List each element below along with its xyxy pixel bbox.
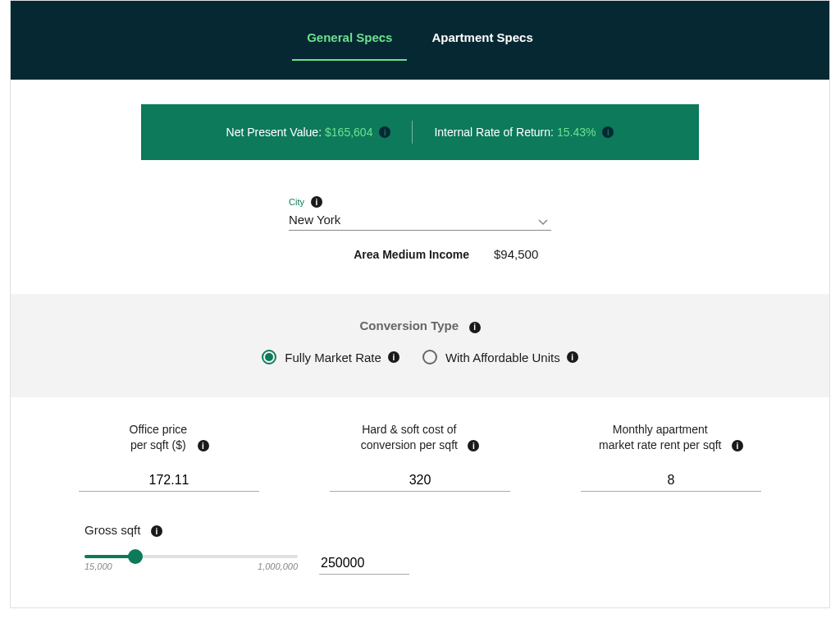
input-conversion-cost: Hard & soft cost of conversion per sqft … bbox=[330, 422, 510, 492]
radio-icon bbox=[262, 350, 276, 364]
info-icon[interactable]: i bbox=[567, 351, 578, 363]
tab-bar: General Specs Apartment Specs bbox=[11, 1, 829, 80]
ami-row: Area Medium Income $94,500 bbox=[281, 247, 559, 261]
slider-max: 1,000,000 bbox=[258, 561, 298, 571]
ami-label: Area Medium Income bbox=[281, 248, 494, 261]
info-icon[interactable]: i bbox=[379, 126, 390, 138]
tab-apartment-specs[interactable]: Apartment Specs bbox=[417, 21, 547, 61]
conversion-title: Conversion Type bbox=[359, 318, 459, 332]
city-label: City bbox=[289, 197, 304, 207]
irr-value: 15.43% bbox=[557, 126, 596, 139]
gross-sqft-input[interactable] bbox=[319, 552, 409, 575]
inputs-row: Office price per sqft ($) i Hard & soft … bbox=[11, 397, 829, 500]
office-price-input[interactable] bbox=[79, 468, 259, 492]
info-icon[interactable]: i bbox=[311, 196, 322, 208]
info-icon[interactable]: i bbox=[602, 126, 614, 138]
info-icon[interactable]: i bbox=[469, 322, 481, 333]
slider-label: Gross sqft bbox=[84, 523, 140, 537]
input-label: Monthly apartment market rate rent per s… bbox=[599, 422, 721, 453]
tab-general-specs[interactable]: General Specs bbox=[292, 21, 407, 61]
radio-icon bbox=[422, 350, 437, 364]
metric-npv: Net Present Value: $165,604 i bbox=[205, 126, 413, 139]
ami-value: $94,500 bbox=[494, 247, 559, 261]
info-icon[interactable]: i bbox=[198, 440, 209, 451]
conversion-cost-input[interactable] bbox=[330, 468, 510, 492]
metrics-bar: Net Present Value: $165,604 i Internal R… bbox=[141, 104, 699, 160]
radio-fully-market-rate[interactable]: Fully Market Rate i bbox=[262, 350, 399, 364]
rent-input[interactable] bbox=[581, 468, 761, 492]
radio-label: Fully Market Rate bbox=[285, 351, 381, 364]
info-icon[interactable]: i bbox=[388, 351, 399, 363]
input-rent: Monthly apartment market rate rent per s… bbox=[581, 422, 761, 492]
slider-min: 15,000 bbox=[84, 561, 112, 571]
radio-label: With Affordable Units bbox=[445, 351, 560, 364]
input-office-price: Office price per sqft ($) i bbox=[79, 422, 259, 492]
input-label: Hard & soft cost of conversion per sqft bbox=[361, 422, 458, 453]
gross-sqft-section: Gross sqft i 15,000 1,000,000 bbox=[11, 500, 829, 607]
npv-value: $165,604 bbox=[325, 126, 372, 139]
chevron-down-icon[interactable] bbox=[538, 214, 548, 229]
gross-sqft-slider[interactable] bbox=[84, 555, 298, 558]
input-label: Office price per sqft ($) bbox=[130, 422, 188, 453]
info-icon[interactable]: i bbox=[468, 440, 479, 451]
info-icon[interactable]: i bbox=[151, 525, 162, 537]
radio-with-affordable-units[interactable]: With Affordable Units i bbox=[422, 350, 578, 364]
city-section: City i bbox=[289, 196, 551, 231]
conversion-type-section: Conversion Type i Fully Market Rate i Wi… bbox=[11, 294, 829, 397]
irr-label: Internal Rate of Return: bbox=[434, 126, 554, 139]
city-select[interactable] bbox=[289, 208, 551, 231]
info-icon[interactable]: i bbox=[732, 440, 743, 451]
npv-label: Net Present Value: bbox=[226, 126, 322, 139]
metric-irr: Internal Rate of Return: 15.43% i bbox=[413, 126, 635, 139]
